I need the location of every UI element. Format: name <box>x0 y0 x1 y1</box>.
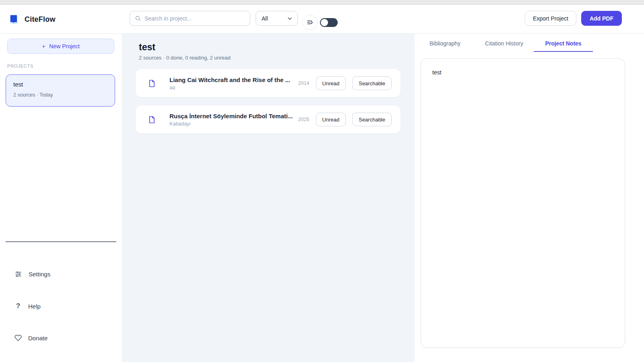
sidebar-divider <box>6 241 116 242</box>
page-subtitle: 2 sources · 0 done, 0 reading, 2 unread <box>139 55 231 61</box>
projects-heading: PROJECTS <box>7 64 33 68</box>
source-author: aa <box>169 85 290 90</box>
question-icon: ? <box>14 302 22 310</box>
source-titles: Rusça İnternet Söyleminde Futbol Temati.… <box>169 113 293 127</box>
right-panel: Bibliography Citation History Project No… <box>415 34 644 362</box>
source-year: 2014 <box>298 80 310 86</box>
searchable-button[interactable]: Searchable <box>352 113 392 126</box>
source-card[interactable]: Liang Cai Witchcraft and the Rise of the… <box>136 69 400 97</box>
file-icon <box>149 116 155 123</box>
right-panel-tabs: Bibliography Citation History Project No… <box>415 35 593 52</box>
search-icon <box>135 15 141 21</box>
header-actions: Export Project Add PDF <box>525 11 622 26</box>
status-button[interactable]: Unread <box>316 76 346 90</box>
sidebar-project-test[interactable]: test 2 sources · Today <box>6 74 115 107</box>
project-search <box>130 11 250 26</box>
chevron-down-icon <box>287 16 293 21</box>
tab-citation-history[interactable]: Citation History <box>475 35 534 52</box>
sort-lines-icon <box>306 19 314 27</box>
sidebar: + New Project PROJECTS test 2 sources · … <box>0 34 122 362</box>
filter-dropdown-value: All <box>262 15 287 22</box>
source-title: Rusça İnternet Söyleminde Futbol Temati.… <box>169 113 293 119</box>
app-header: CiteFlow All <box>0 5 644 34</box>
sidebar-item-label: Help <box>28 303 41 310</box>
project-name: test <box>13 81 107 88</box>
sidebar-item-label: Donate <box>28 335 47 341</box>
file-icon <box>149 80 155 87</box>
theme-toggle-knob <box>321 19 328 26</box>
project-meta: 2 sources · Today <box>13 92 107 98</box>
source-actions: 2025 Unread Searchable <box>298 113 392 126</box>
tab-project-notes[interactable]: Project Notes <box>534 35 593 52</box>
window-chrome-strip <box>0 0 644 5</box>
new-project-button[interactable]: + New Project <box>7 39 114 54</box>
source-title: Liang Cai Witchcraft and the Rise of the… <box>169 76 290 83</box>
export-project-button[interactable]: Export Project <box>525 11 576 26</box>
theme-toggle[interactable] <box>320 18 338 27</box>
page-title: test <box>139 42 155 53</box>
sidebar-item-settings[interactable]: Settings <box>9 266 105 282</box>
source-titles: Liang Cai Witchcraft and the Rise of the… <box>169 76 290 90</box>
sliders-icon <box>14 270 22 278</box>
heart-icon <box>14 334 22 341</box>
status-button[interactable]: Unread <box>316 113 346 126</box>
searchable-button[interactable]: Searchable <box>352 76 392 90</box>
sidebar-item-help[interactable]: ? Help <box>9 298 105 314</box>
source-year: 2025 <box>298 117 310 122</box>
project-notes-input[interactable]: test <box>421 58 625 348</box>
add-pdf-button[interactable]: Add PDF <box>581 11 622 26</box>
book-icon <box>10 14 19 25</box>
main-content: test 2 sources · 0 done, 0 reading, 2 un… <box>122 34 415 362</box>
tab-bibliography[interactable]: Bibliography <box>415 35 475 52</box>
search-input[interactable] <box>144 15 245 22</box>
source-author: Kabadayı <box>169 121 293 127</box>
sidebar-item-label: Settings <box>29 271 50 278</box>
plus-icon: + <box>42 43 45 49</box>
source-card[interactable]: Rusça İnternet Söyleminde Futbol Temati.… <box>136 105 400 134</box>
sort-button[interactable] <box>302 15 318 30</box>
app-title: CiteFlow <box>25 15 56 24</box>
sidebar-item-donate[interactable]: Donate <box>9 330 105 346</box>
source-actions: 2014 Unread Searchable <box>298 76 392 90</box>
new-project-label: New Project <box>49 43 79 49</box>
filter-dropdown[interactable]: All <box>256 11 298 26</box>
app-logo: CiteFlow <box>10 5 56 34</box>
